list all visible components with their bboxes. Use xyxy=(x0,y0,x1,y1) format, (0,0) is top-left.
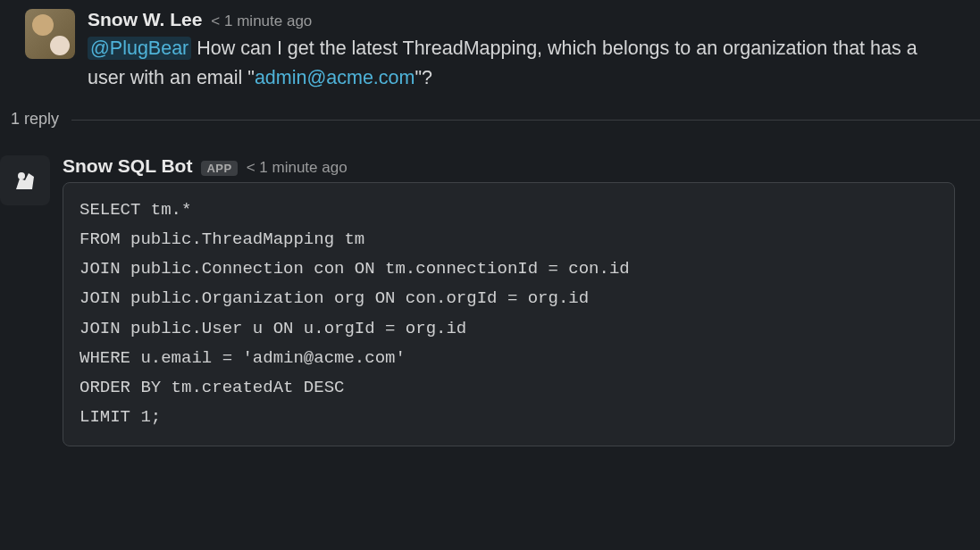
original-message: Snow W. Lee < 1 minute ago @PlugBear How… xyxy=(0,0,980,99)
message-timestamp[interactable]: < 1 minute ago xyxy=(211,12,312,30)
reply-header: Snow SQL Bot APP < 1 minute ago xyxy=(63,155,955,177)
message-body: Snow W. Lee < 1 minute ago @PlugBear How… xyxy=(88,9,955,94)
message-text-part: How can I get the latest ThreadMapping, … xyxy=(88,38,917,88)
author-name[interactable]: Snow W. Lee xyxy=(88,9,202,30)
message-header: Snow W. Lee < 1 minute ago xyxy=(88,9,955,30)
reply-divider: 1 reply xyxy=(0,99,980,146)
bot-avatar[interactable] xyxy=(0,155,50,205)
message-text-part: "? xyxy=(415,67,432,88)
reply-body: Snow SQL Bot APP < 1 minute ago SELECT t… xyxy=(63,155,955,446)
reply-count[interactable]: 1 reply xyxy=(5,99,59,141)
svg-point-1 xyxy=(18,172,25,179)
divider-line xyxy=(71,120,980,121)
email-link[interactable]: admin@acme.com xyxy=(255,67,415,88)
app-badge: APP xyxy=(201,161,237,176)
message-text: @PlugBear How can I get the latest Threa… xyxy=(88,34,955,94)
bot-icon xyxy=(7,162,43,198)
user-avatar[interactable] xyxy=(25,9,75,59)
code-block[interactable]: SELECT tm.* FROM public.ThreadMapping tm… xyxy=(63,182,955,446)
reply-message: Snow SQL Bot APP < 1 minute ago SELECT t… xyxy=(0,146,980,452)
user-mention[interactable]: @PlugBear xyxy=(88,37,191,60)
reply-timestamp[interactable]: < 1 minute ago xyxy=(247,159,348,177)
bot-author-name[interactable]: Snow SQL Bot xyxy=(63,155,192,177)
